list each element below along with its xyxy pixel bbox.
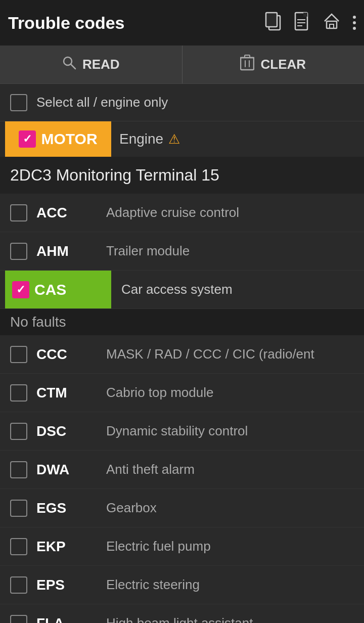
svg-rect-11 [241, 58, 254, 70]
delete-icon [240, 55, 254, 74]
module-row-acc[interactable]: ACC Adaptive cruise control [0, 194, 364, 232]
motor-tag[interactable]: MOTOR [5, 121, 111, 157]
desc-acc: Adaptive cruise control [106, 205, 354, 220]
code-egs: EGS [36, 500, 97, 516]
motor-checkbox[interactable] [19, 130, 36, 148]
module-row-cas[interactable]: CAS Car access system [0, 271, 364, 309]
motor-description: Engine ⚠ [119, 131, 180, 147]
desc-dsc: Dynamic stability control [106, 423, 354, 439]
checkbox-dsc[interactable] [10, 423, 27, 440]
clear-button[interactable]: CLEAR [183, 46, 365, 83]
motor-label: MOTOR [41, 130, 97, 148]
clear-label: CLEAR [260, 57, 306, 72]
home-icon[interactable] [323, 12, 341, 34]
checkbox-dwa[interactable] [10, 461, 27, 478]
module-row-egs[interactable]: EGS Gearbox [0, 489, 364, 527]
select-all-row[interactable]: Select all / engine only [0, 84, 364, 121]
module-row-ctm[interactable]: CTM Cabrio top module [0, 374, 364, 412]
desc-ctm: Cabrio top module [106, 385, 354, 401]
desc-dwa: Anti theft alarm [106, 462, 354, 477]
code-fla: FLA [36, 615, 97, 624]
read-label: READ [82, 57, 120, 72]
code-dwa: DWA [36, 462, 97, 478]
checkbox-ekp[interactable] [10, 538, 27, 555]
module-row-ccc[interactable]: CCC MASK / RAD / CCC / CIC (radio/ent [0, 335, 364, 374]
code-cas: CAS [34, 281, 66, 298]
checkbox-egs[interactable] [10, 500, 27, 517]
svg-rect-3 [303, 13, 307, 17]
checkbox-fla[interactable] [10, 615, 27, 624]
desc-ccc: MASK / RAD / CCC / CIC (radio/ent [106, 346, 354, 362]
code-ahm: AHM [36, 243, 97, 259]
read-button[interactable]: READ [0, 46, 183, 83]
doc-icon[interactable] [294, 12, 310, 34]
module-row-dwa[interactable]: DWA Anti theft alarm [0, 451, 364, 489]
svg-rect-1 [266, 13, 277, 27]
module-list: ACC Adaptive cruise control AHM Trailer … [0, 194, 364, 623]
module-row-eps[interactable]: EPS Electric steering [0, 566, 364, 604]
checkbox-acc[interactable] [10, 204, 27, 221]
motor-row[interactable]: MOTOR Engine ⚠ [0, 121, 364, 157]
desc-cas: Car access system [111, 282, 233, 297]
checkbox-ahm[interactable] [10, 243, 27, 260]
desc-eps: Electric steering [106, 577, 354, 593]
select-all-checkbox[interactable] [10, 94, 27, 111]
module-row-ekp[interactable]: EKP Electric fuel pump [0, 527, 364, 566]
warning-icon: ⚠ [168, 131, 180, 147]
no-faults-row: No faults [0, 309, 364, 335]
desc-ekp: Electric fuel pump [106, 539, 354, 554]
svg-rect-13 [245, 55, 250, 58]
desc-ahm: Trailer module [106, 243, 354, 259]
search-icon [62, 56, 76, 73]
desc-egs: Gearbox [106, 500, 354, 516]
module-row-dsc[interactable]: DSC Dynamic stability control [0, 412, 364, 451]
header: Trouble codes [0, 0, 364, 46]
more-options-icon[interactable] [353, 16, 356, 30]
code-dsc: DSC [36, 423, 97, 439]
toolbar: READ CLEAR [0, 46, 364, 84]
code-ekp: EKP [36, 539, 97, 555]
code-eps: EPS [36, 577, 97, 593]
module-row-ahm[interactable]: AHM Trailer module [0, 232, 364, 271]
code-ccc: CCC [36, 346, 97, 363]
checkbox-cas[interactable] [12, 281, 29, 298]
copy-icon[interactable] [265, 12, 282, 34]
code-acc: ACC [36, 205, 97, 221]
code-ctm: CTM [36, 385, 97, 401]
checkbox-ctm[interactable] [10, 384, 27, 402]
desc-fla: High beam light assistant [106, 615, 354, 623]
cas-left: CAS [5, 271, 111, 308]
checkbox-ccc[interactable] [10, 346, 27, 363]
page-title: Trouble codes [8, 13, 265, 33]
module-row-fla[interactable]: FLA High beam light assistant [0, 604, 364, 623]
header-icons [265, 12, 356, 34]
checkbox-eps[interactable] [10, 576, 27, 594]
section-header: 2DC3 Monitoring Terminal 15 [0, 157, 364, 194]
svg-line-10 [71, 64, 75, 69]
select-all-label: Select all / engine only [36, 95, 168, 110]
